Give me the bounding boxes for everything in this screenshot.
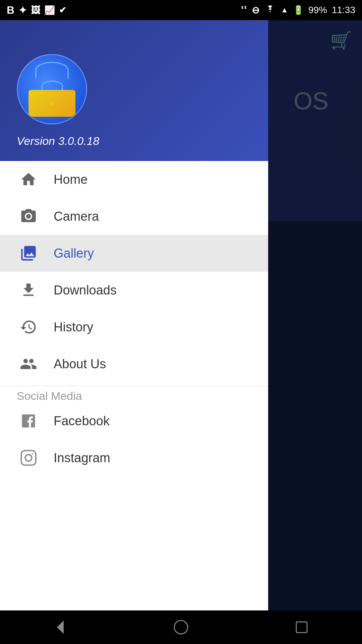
social-section-label: Social Media (0, 379, 99, 406)
gallery-label: Gallery (54, 246, 94, 261)
sidebar-item-camera[interactable]: Camera (0, 198, 268, 235)
svg-marker-3 (57, 621, 64, 634)
check-icon: ✔ (59, 5, 66, 15)
status-bar-left: B ✦ 🖼 📈 ✔ (7, 4, 66, 16)
facebook-icon (17, 409, 40, 433)
pinwheel-icon: ✦ (18, 4, 27, 16)
gallery-icon (17, 241, 40, 265)
bottom-nav-bar (0, 610, 362, 644)
battery-icon: 🔋 (293, 5, 304, 15)
recent-apps-button[interactable] (285, 615, 318, 639)
home-icon (17, 168, 40, 191)
status-bar: B ✦ 🖼 📈 ✔ ʿʿ ⊖ ▲ 🔋 99% 11:33 (0, 0, 362, 20)
sidebar-item-downloads[interactable]: Downloads (0, 272, 268, 309)
sidebar-item-about[interactable]: About Us (0, 345, 268, 382)
sidebar-item-instagram[interactable]: Instagram (0, 439, 268, 476)
sidebar-item-facebook[interactable]: Facebook (0, 402, 268, 439)
home-label: Home (54, 172, 87, 187)
history-label: History (54, 320, 93, 334)
drawer-header: Version 3.0.0.18 (0, 20, 268, 161)
svg-point-1 (25, 454, 32, 461)
bluetooth-icon: ʿʿ (241, 5, 247, 16)
sidebar-item-home[interactable]: Home (0, 161, 268, 198)
drawer-scrim[interactable] (268, 20, 362, 644)
history-icon (17, 315, 40, 339)
version-text: Version 3.0.0.18 (17, 135, 255, 148)
camera-icon (17, 205, 40, 228)
logo-inner (18, 55, 86, 123)
signal-icon: ▲ (281, 6, 288, 14)
battery-percent: 99% (308, 5, 327, 15)
about-label: About Us (54, 357, 106, 371)
svg-rect-5 (296, 622, 307, 633)
wifi-status-icon (264, 4, 276, 16)
instagram-icon (17, 446, 40, 470)
camera-label: Camera (54, 209, 99, 224)
logo-card (28, 90, 75, 117)
app-logo (17, 54, 87, 124)
svg-point-2 (32, 453, 33, 454)
svg-point-4 (174, 621, 188, 634)
back-button[interactable] (44, 615, 77, 639)
facebook-label: Facebook (54, 414, 110, 428)
drawer-menu: Home Camera Gallery Dow (0, 161, 268, 644)
chart-icon: 📈 (44, 5, 55, 15)
wifi-wave-large (35, 62, 69, 78)
time: 11:33 (332, 5, 355, 15)
sidebar-item-gallery[interactable]: Gallery (0, 235, 268, 272)
downloads-label: Downloads (54, 283, 117, 298)
image-icon: 🖼 (31, 5, 40, 16)
app-container: 🛒 OS Version 3.0.0.18 (0, 20, 362, 644)
bold-icon: B (7, 4, 14, 16)
instagram-label: Instagram (54, 451, 110, 465)
downloads-icon (17, 278, 40, 302)
bluetooth-icon2: ⊖ (252, 5, 259, 16)
nav-drawer: Version 3.0.0.18 Home Camera (0, 20, 268, 644)
home-button[interactable] (164, 615, 198, 639)
about-icon (17, 352, 40, 376)
svg-rect-0 (21, 450, 36, 465)
sidebar-item-history[interactable]: History (0, 309, 268, 345)
status-bar-right: ʿʿ ⊖ ▲ 🔋 99% 11:33 (241, 4, 355, 16)
